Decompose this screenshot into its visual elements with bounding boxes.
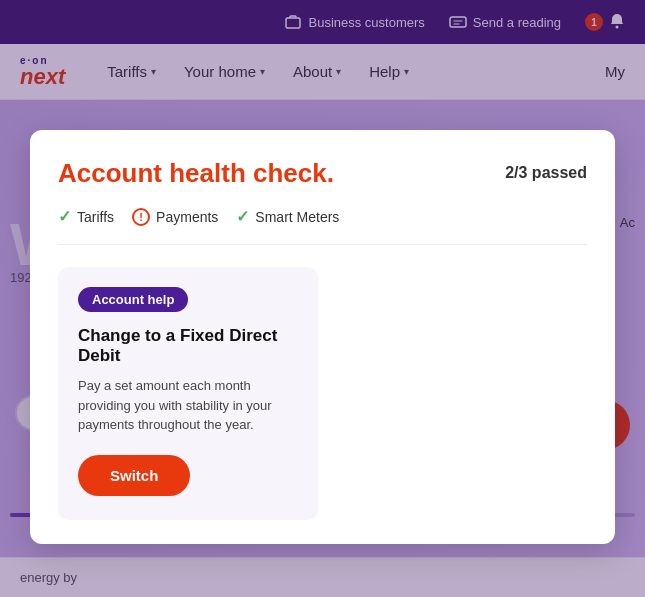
- modal-header: Account health check. 2/3 passed: [58, 158, 587, 189]
- check-tariffs-label: Tariffs: [77, 209, 114, 225]
- inner-card-title: Change to a Fixed Direct Debit: [78, 326, 298, 366]
- check-green-icon: ✓: [58, 207, 71, 226]
- warning-circle-icon: !: [132, 208, 150, 226]
- modal-checks: ✓ Tariffs ! Payments ✓ Smart Meters: [58, 207, 587, 245]
- check-tariffs: ✓ Tariffs: [58, 207, 114, 226]
- switch-button[interactable]: Switch: [78, 455, 190, 496]
- account-help-badge: Account help: [78, 287, 188, 312]
- check-smart-meters: ✓ Smart Meters: [236, 207, 339, 226]
- check-payments-label: Payments: [156, 209, 218, 225]
- check-green-icon-2: ✓: [236, 207, 249, 226]
- check-smart-meters-label: Smart Meters: [255, 209, 339, 225]
- inner-card: Account help Change to a Fixed Direct De…: [58, 267, 318, 520]
- modal-title: Account health check.: [58, 158, 334, 189]
- check-payments: ! Payments: [132, 208, 218, 226]
- modal-passed: 2/3 passed: [505, 164, 587, 182]
- inner-card-description: Pay a set amount each month providing yo…: [78, 376, 298, 435]
- health-check-modal: Account health check. 2/3 passed ✓ Tarif…: [30, 130, 615, 544]
